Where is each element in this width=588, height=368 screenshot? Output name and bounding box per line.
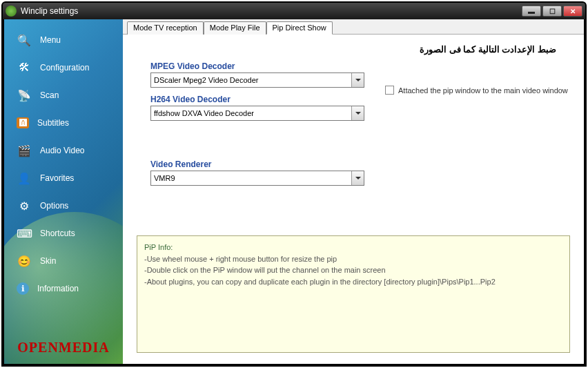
sidebar-item-label: Subtitles bbox=[37, 118, 69, 128]
attach-pip-label: Attached the pip window to the main vide… bbox=[398, 86, 568, 95]
mpeg-decoder-select[interactable]: DScaler Mpeg2 Video Decoder bbox=[150, 72, 364, 88]
tab-bar: Mode TV reception Mode Play File Pip Dir… bbox=[123, 19, 584, 35]
gear-icon: ⚙ bbox=[17, 198, 32, 213]
tab-pip-direct-show[interactable]: Pip Direct Show bbox=[266, 21, 333, 35]
film-icon: 🎬 bbox=[17, 143, 32, 158]
maximize-button[interactable]: ☐ bbox=[542, 6, 562, 17]
sidebar-items: 🔍 Menu 🛠 Configuration 📡 Scan 🅰 Subtitle… bbox=[4, 19, 123, 302]
close-button[interactable]: ✕ bbox=[563, 6, 582, 17]
h264-decoder-select[interactable]: ffdshow DXVA Video Decoder bbox=[150, 106, 364, 121]
info-icon: ℹ bbox=[17, 282, 29, 295]
tab-page: ضبط الإعدادت التالية كما فى الصورة MPEG … bbox=[123, 35, 584, 364]
sidebar-item-label: Options bbox=[40, 201, 68, 211]
sidebar-item-label: Information bbox=[37, 284, 79, 293]
sidebar-item-label: Skin bbox=[40, 256, 56, 266]
magnifier-icon: 🔍 bbox=[17, 32, 32, 48]
sidebar-item-favorites[interactable]: 👤 Favorites bbox=[4, 164, 123, 192]
pip-info-box: PiP Info: -Use wheel mouse + right mouse… bbox=[137, 235, 570, 353]
video-renderer-select[interactable]: VMR9 bbox=[150, 171, 364, 186]
letter-a-icon: 🅰 bbox=[17, 117, 29, 128]
attach-pip-row: Attached the pip window to the main vide… bbox=[385, 86, 568, 95]
pip-info-line: -About plugins, you can copy and duplica… bbox=[144, 276, 562, 288]
sidebar-item-label: Audio Video bbox=[40, 146, 85, 155]
sidebar-item-information[interactable]: ℹ Information bbox=[4, 275, 123, 302]
sidebar-item-scan[interactable]: 📡 Scan bbox=[4, 81, 123, 109]
tab-tv-reception[interactable]: Mode TV reception bbox=[127, 21, 204, 35]
sidebar-item-label: Menu bbox=[40, 35, 61, 45]
attach-pip-checkbox[interactable] bbox=[385, 86, 394, 95]
sidebar-item-label: Shortcuts bbox=[40, 229, 75, 238]
pip-info-line: -Double click on the PiP window will put… bbox=[144, 264, 562, 276]
h264-decoder-label: H264 Video Decoder bbox=[150, 95, 570, 104]
app-icon bbox=[6, 6, 17, 17]
brand-label: OPENMEDIA bbox=[4, 340, 123, 356]
sidebar-item-shortcuts[interactable]: ⌨ Shortcuts bbox=[4, 220, 123, 247]
mpeg-decoder-label: MPEG Video Decoder bbox=[150, 61, 570, 71]
video-renderer-value: VMR9 bbox=[154, 174, 175, 182]
window-controls: ▬ ☐ ✕ bbox=[522, 6, 582, 17]
pip-info-title: PiP Info: bbox=[144, 242, 562, 253]
content-area: Mode TV reception Mode Play File Pip Dir… bbox=[123, 19, 584, 364]
video-renderer-label: Video Renderer bbox=[150, 159, 570, 169]
client-area: 🔍 Menu 🛠 Configuration 📡 Scan 🅰 Subtitle… bbox=[4, 19, 584, 364]
sidebar-item-audiovideo[interactable]: 🎬 Audio Video bbox=[4, 137, 123, 164]
sidebar-item-configuration[interactable]: 🛠 Configuration bbox=[4, 54, 123, 81]
chevron-down-icon[interactable] bbox=[351, 106, 364, 120]
sidebar-item-menu[interactable]: 🔍 Menu bbox=[4, 26, 123, 54]
keyboard-icon: ⌨ bbox=[17, 226, 32, 241]
minimize-button[interactable]: ▬ bbox=[522, 6, 541, 17]
sidebar-item-label: Favorites bbox=[40, 173, 74, 183]
tools-icon: 🛠 bbox=[17, 60, 32, 75]
instruction-text: ضبط الإعدادت التالية كما فى الصورة bbox=[150, 44, 570, 55]
sidebar-item-skin[interactable]: 😊 Skin bbox=[4, 247, 123, 275]
sidebar: 🔍 Menu 🛠 Configuration 📡 Scan 🅰 Subtitle… bbox=[4, 19, 123, 364]
tab-play-file[interactable]: Mode Play File bbox=[204, 21, 266, 35]
satellite-icon: 📡 bbox=[17, 88, 32, 103]
sidebar-item-label: Scan bbox=[40, 90, 59, 100]
pip-info-line: -Use wheel mouse + right mouse button fo… bbox=[144, 253, 562, 265]
sidebar-item-options[interactable]: ⚙ Options bbox=[4, 192, 123, 220]
chevron-down-icon[interactable] bbox=[351, 73, 364, 87]
titlebar[interactable]: Winclip settings ▬ ☐ ✕ bbox=[3, 3, 585, 19]
window-title: Winclip settings bbox=[21, 6, 522, 16]
smiley-icon: 😊 bbox=[17, 253, 32, 269]
mpeg-decoder-value: DScaler Mpeg2 Video Decoder bbox=[154, 76, 258, 84]
h264-decoder-value: ffdshow DXVA Video Decoder bbox=[154, 109, 254, 117]
sidebar-item-label: Configuration bbox=[40, 63, 89, 72]
chevron-down-icon[interactable] bbox=[351, 171, 364, 185]
app-window: Winclip settings ▬ ☐ ✕ 🔍 Menu 🛠 Configur… bbox=[1, 1, 587, 367]
user-icon: 👤 bbox=[17, 171, 32, 186]
sidebar-item-subtitles[interactable]: 🅰 Subtitles bbox=[4, 109, 123, 137]
